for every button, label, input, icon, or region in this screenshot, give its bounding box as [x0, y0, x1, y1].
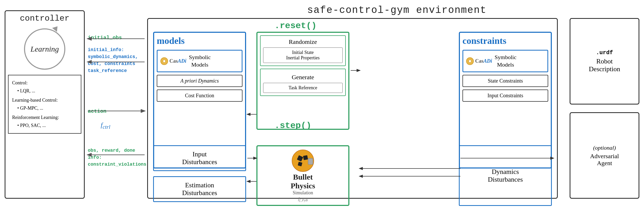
control-section-title: Control:: [12, 79, 77, 87]
learning-item-1: • GP-MPC, ...: [17, 104, 77, 112]
learning-label: Learning: [30, 45, 59, 53]
state-constraints-label: State Constraints: [488, 78, 523, 84]
env-inner: .reset() .step() models CasADi: [148, 19, 557, 198]
robot-desc-text: RobotDescription: [589, 58, 620, 73]
casadi-icon: [160, 57, 168, 65]
casadi-logo-2: CasADi: [466, 57, 492, 65]
urdf-title: .urdf: [589, 50, 620, 56]
middle-arrows-svg: [85, 10, 147, 199]
f-pyb-label: ff_PyB: [298, 197, 308, 202]
estimation-disturbances-label: EstimationDisturbances: [182, 181, 217, 197]
input-disturbances-label: InputDisturbances: [182, 150, 217, 166]
dynamics-disturbances-label: DynamicsDisturbances: [488, 168, 523, 183]
controller-title: controller: [8, 14, 81, 23]
casadi-logo: CasADi: [160, 57, 186, 65]
cost-function-box: Cost Function: [157, 90, 242, 102]
casadi-text-2: CasADi: [475, 58, 492, 64]
task-reference-box: Task Reference: [263, 83, 343, 93]
main-container: safe-control-gym environment controller …: [0, 0, 644, 209]
simulation-label: Simulation: [293, 190, 313, 196]
svg-rect-12: [308, 158, 313, 165]
models-heading: models: [157, 35, 242, 46]
casadi-models-box: CasADi SymbolicModels: [157, 50, 242, 72]
adversarial-content: (optional) AdversarialAgent: [590, 144, 619, 167]
rl-section-title: Reinforcement Learning:: [12, 114, 77, 122]
page-title-text: safe-control-gym environment: [307, 5, 487, 16]
urdf-content: .urdf RobotDescription: [589, 50, 620, 73]
optional-title: (optional): [590, 144, 619, 151]
svg-rect-10: [303, 155, 308, 160]
symbolic-models-label: SymbolicModels: [189, 54, 211, 68]
svg-point-5: [163, 60, 165, 62]
page-title: safe-control-gym environment: [150, 5, 644, 16]
randomize-title: Randomize: [263, 38, 343, 45]
adversarial-text: AdversarialAgent: [590, 153, 619, 167]
randomize-box: Randomize Initial State Inertial Propert…: [260, 35, 346, 66]
casadi-icon-2: [466, 57, 474, 65]
adversarial-panel: (optional) AdversarialAgent: [570, 112, 639, 199]
control-item-1: • LQR, ...: [17, 87, 77, 95]
learning-circle: Learning: [24, 28, 65, 70]
constraints-heading: constraints: [462, 35, 548, 46]
reset-heading-env: .reset(): [274, 21, 317, 31]
cost-function-label: Cost Function: [185, 93, 214, 98]
dynamics-disturbances-box: DynamicsDisturbances: [459, 145, 552, 206]
symbolic-models-label-2: SymbolicModels: [495, 54, 516, 68]
aprior-text: A priori Dynamics: [180, 78, 219, 84]
aprior-dynamics-box: A priori Dynamics: [157, 75, 242, 87]
rl-item-1: • PPO, SAC, ...: [17, 122, 77, 130]
controller-info-box: Control: • LQR, ... Learning-based Contr…: [8, 75, 81, 134]
estimation-disturbances-box: EstimationDisturbances: [153, 176, 246, 202]
bullet-icon: [290, 149, 316, 173]
generate-box: Generate Task Reference: [260, 69, 346, 96]
bullet-title: Bullet Physics: [290, 173, 315, 190]
right-panels: .urdf RobotDescription (optional) Advers…: [570, 18, 639, 199]
arrows-middle: initial_obs initial_info: symbolic_dynam…: [85, 10, 147, 199]
urdf-panel: .urdf RobotDescription: [570, 18, 639, 104]
bullet-physics-box: Bullet Physics Simulation ff_PyB: [256, 145, 349, 206]
casadi-text: CasADi: [169, 58, 186, 64]
state-constraints-box: State Constraints: [462, 75, 548, 87]
controller-panel: controller Learning Control: • LQR, ... …: [5, 10, 85, 199]
casadi-constraints-box: CasADi SymbolicModels: [462, 50, 548, 72]
input-constraints-box: Input Constraints: [462, 90, 548, 102]
reset-section: Randomize Initial State Inertial Propert…: [256, 32, 349, 130]
input-disturbances-box: InputDisturbances: [153, 145, 246, 171]
generate-title: Generate: [263, 74, 343, 81]
learning-section-title: Learning-based Control:: [12, 96, 77, 104]
svg-point-7: [469, 60, 471, 62]
initial-state-box: Initial State Inertial Properties: [263, 47, 343, 63]
input-constraints-label: Input Constraints: [488, 93, 523, 98]
env-box: .reset() .step() models CasADi: [147, 18, 558, 199]
